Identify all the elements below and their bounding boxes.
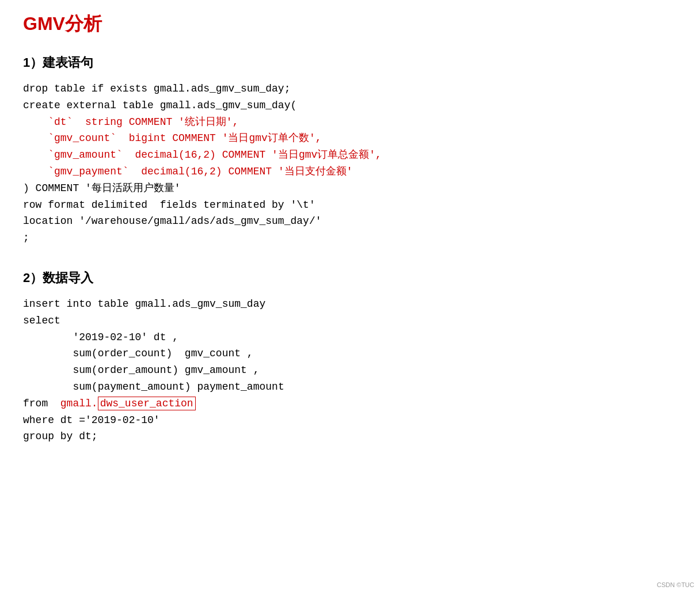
closing-paren: ) COMMENT '每日活跃用户数量' bbox=[23, 182, 181, 194]
watermark: CSDN ©TUC bbox=[657, 581, 694, 588]
gmv-payment-field: `gmv_payment` decimal(16,2) COMMENT '当日支… bbox=[48, 166, 352, 177]
section-create-table: 1）建表语句 drop table if exists gmall.ads_gm… bbox=[23, 54, 677, 246]
section2-heading: 2）数据导入 bbox=[23, 269, 677, 287]
create-line: create external table gmall.ads_gmv_sum_… bbox=[23, 100, 296, 111]
section1-heading: 1）建表语句 bbox=[23, 54, 677, 71]
create-table-code: drop table if exists gmall.ads_gmv_sum_d… bbox=[23, 81, 677, 246]
location-line: location '/warehouse/gmall/ads/ads_gmv_s… bbox=[23, 215, 321, 227]
insert-code: insert into table gmall.ads_gmv_sum_day … bbox=[23, 296, 677, 445]
from-line: from gmall.dws_user_action bbox=[23, 397, 196, 410]
insert-line: insert into table gmall.ads_gmv_sum_day bbox=[23, 298, 265, 310]
page-title: GMV分析 bbox=[23, 12, 677, 37]
sum-order-amount: sum(order_amount) gmv_amount , bbox=[73, 364, 259, 376]
select-line: select bbox=[23, 315, 60, 326]
group-line: group by dt; bbox=[23, 431, 98, 442]
sum-order-count: sum(order_count) gmv_count , bbox=[73, 348, 253, 359]
from-table-red: gmall.dws_user_action bbox=[60, 397, 196, 410]
where-line: where dt ='2019-02-10' bbox=[23, 414, 160, 426]
semicolon-line: ; bbox=[23, 232, 29, 243]
sum-payment-amount: sum(payment_amount) payment_amount bbox=[73, 381, 284, 393]
gmv-count-field: `gmv_count` bigint COMMENT '当日gmv订单个数', bbox=[48, 132, 321, 144]
row-format: row format delimited fields terminated b… bbox=[23, 199, 315, 211]
dt-field: `dt` string COMMENT '统计日期', bbox=[48, 116, 238, 128]
drop-line: drop table if exists gmall.ads_gmv_sum_d… bbox=[23, 83, 290, 94]
gmv-amount-field: `gmv_amount` decimal(16,2) COMMENT '当日gm… bbox=[48, 149, 382, 161]
user-action-highlight: dws_user_action bbox=[98, 397, 196, 410]
dt-value: '2019-02-10' dt , bbox=[73, 332, 178, 343]
section-data-import: 2）数据导入 insert into table gmall.ads_gmv_s… bbox=[23, 269, 677, 445]
